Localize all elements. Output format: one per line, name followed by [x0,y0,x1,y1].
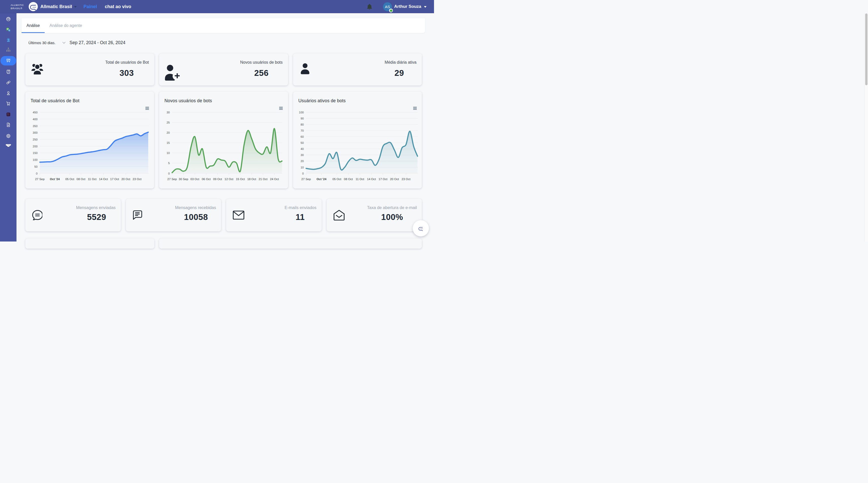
svg-text:15 Oct: 15 Oct [236,177,245,181]
svg-text:27 Sep: 27 Sep [301,177,311,181]
svg-text:10: 10 [166,152,170,155]
svg-text:60: 60 [301,135,304,138]
svg-text:400: 400 [32,118,37,121]
svg-text:450: 450 [32,111,37,114]
svg-text:05 Oct: 05 Oct [65,177,74,181]
svg-text:27 Sep: 27 Sep [167,177,177,181]
svg-text:27 Sep: 27 Sep [35,177,45,181]
svg-text:5: 5 [168,162,170,165]
svg-text:0: 0 [36,172,37,175]
svg-text:18 Oct: 18 Oct [247,177,256,181]
svg-text:06 Oct: 06 Oct [202,177,211,181]
svg-text:23 Oct: 23 Oct [132,177,142,181]
svg-text:03 Oct: 03 Oct [190,177,199,181]
svg-text:30: 30 [301,154,304,157]
svg-text:12 Oct: 12 Oct [225,177,234,181]
svg-text:15: 15 [166,141,170,144]
svg-text:20 Oct: 20 Oct [121,177,130,181]
svg-text:0: 0 [302,172,304,175]
svg-text:100: 100 [299,111,304,114]
svg-text:25: 25 [166,121,170,124]
svg-text:23 Oct: 23 Oct [402,177,410,181]
svg-text:50: 50 [34,165,37,168]
svg-text:08 Oct: 08 Oct [76,177,85,181]
svg-text:21 Oct: 21 Oct [259,177,268,181]
svg-text:150: 150 [32,152,37,155]
svg-text:11 Oct: 11 Oct [355,177,364,181]
svg-text:24 Oct: 24 Oct [270,177,279,181]
svg-text:80: 80 [301,123,304,126]
svg-text:100: 100 [32,158,37,161]
svg-text:200: 200 [32,145,37,148]
svg-text:17 Oct: 17 Oct [110,177,119,181]
svg-text:11 Oct: 11 Oct [88,177,97,181]
svg-text:14 Oct: 14 Oct [99,177,107,181]
svg-text:40: 40 [301,148,304,151]
svg-text:250: 250 [32,138,37,141]
svg-text:17 Oct: 17 Oct [378,177,387,181]
svg-text:20: 20 [166,131,170,134]
svg-text:30: 30 [166,111,170,114]
svg-text:20: 20 [301,160,304,163]
svg-text:350: 350 [32,125,37,128]
svg-text:90: 90 [301,117,304,120]
svg-text:Oct '24: Oct '24 [316,177,327,181]
svg-text:14 Oct: 14 Oct [367,177,376,181]
svg-text:20 Oct: 20 Oct [390,177,399,181]
svg-text:300: 300 [32,131,37,134]
svg-text:10: 10 [301,166,304,169]
svg-text:70: 70 [301,129,304,132]
svg-text:09 Oct: 09 Oct [213,177,222,181]
svg-text:0: 0 [168,172,170,175]
svg-text:30 Sep: 30 Sep [179,177,188,181]
svg-text:08 Oct: 08 Oct [344,177,353,181]
svg-text:50: 50 [301,141,304,144]
svg-text:05 Oct: 05 Oct [332,177,341,181]
svg-text:Oct '24: Oct '24 [50,177,60,181]
